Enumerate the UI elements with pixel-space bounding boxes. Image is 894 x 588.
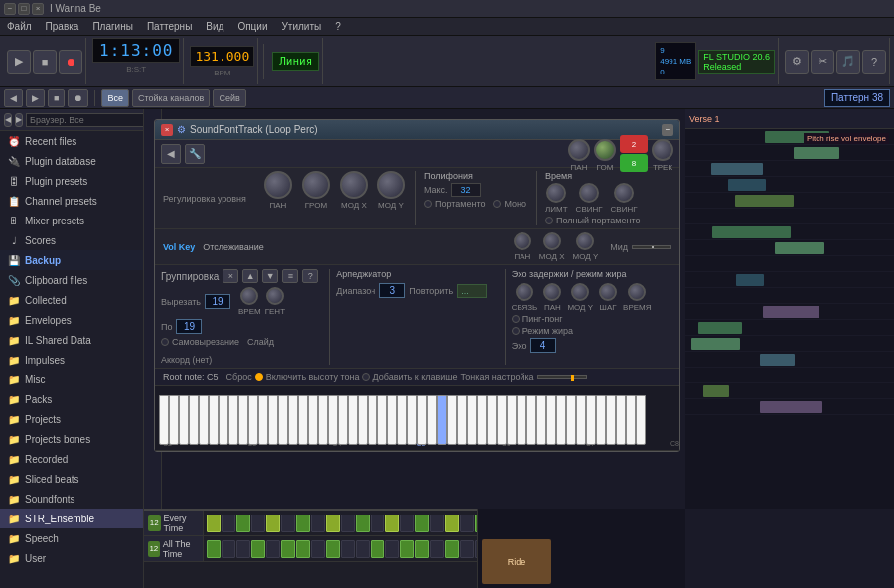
- sidebar-item-clipboard[interactable]: 📎 Clipboard files: [0, 270, 143, 290]
- level-grom-knob[interactable]: [302, 171, 330, 199]
- pattern-block[interactable]: [703, 385, 729, 397]
- echo-knob2[interactable]: [543, 283, 561, 301]
- piano-white-key[interactable]: [566, 395, 576, 445]
- fat-mode-radio[interactable]: Режим жира: [512, 326, 673, 336]
- sidebar-nav-fwd[interactable]: ▶: [15, 113, 23, 127]
- add-to-key-dot[interactable]: [362, 373, 370, 381]
- seq-step[interactable]: [311, 514, 325, 532]
- seq-step[interactable]: [207, 514, 221, 532]
- vk-pan-knob[interactable]: [514, 232, 531, 250]
- cut-value[interactable]: 19: [205, 294, 230, 309]
- sidebar-item-recorded[interactable]: 📁 Recorded: [0, 449, 143, 469]
- piano-white-key[interactable]: [268, 395, 278, 445]
- sidebar-item-mixer-presets[interactable]: 🎚 Mixer presets: [0, 211, 143, 230]
- pattern-block[interactable]: [728, 179, 766, 191]
- seq-step[interactable]: [266, 540, 280, 558]
- piano-white-key[interactable]: [517, 395, 526, 445]
- piano-white-key[interactable]: [487, 395, 497, 445]
- seq-step[interactable]: [385, 514, 399, 532]
- polyphony-max-value[interactable]: 32: [451, 183, 481, 197]
- piano-white-key[interactable]: [596, 395, 606, 445]
- piano-white-key[interactable]: [556, 395, 566, 445]
- full-portamento-dot[interactable]: [545, 217, 553, 224]
- fat-mode-dot[interactable]: [512, 327, 520, 335]
- echo-value[interactable]: 4: [530, 338, 556, 353]
- sidebar-item-backup[interactable]: 💾 Backup: [0, 250, 143, 270]
- cut-k1[interactable]: [240, 287, 258, 305]
- seq-step[interactable]: [356, 514, 370, 532]
- seq-step[interactable]: [251, 514, 265, 532]
- echo-knob4[interactable]: [599, 283, 617, 301]
- menu-view[interactable]: Вид: [203, 21, 226, 32]
- seq-step[interactable]: [236, 540, 250, 558]
- piano-white-key[interactable]: [606, 395, 616, 445]
- seq-step[interactable]: [430, 540, 444, 558]
- seq-step[interactable]: [445, 540, 459, 558]
- seq-step[interactable]: [341, 540, 355, 558]
- menu-patterns[interactable]: Паттерны: [144, 21, 195, 32]
- play-pattern-btn[interactable]: ▶: [26, 89, 45, 107]
- transport-time[interactable]: 1:13:00: [92, 38, 180, 63]
- piano-white-key[interactable]: [328, 395, 338, 445]
- pattern-block[interactable]: [794, 147, 839, 159]
- time-k3[interactable]: [614, 183, 634, 203]
- by-value[interactable]: 19: [176, 319, 202, 334]
- menu-edit[interactable]: Правка: [43, 21, 82, 32]
- sidebar-item-misc[interactable]: 📁 Misc: [0, 369, 143, 389]
- piano-white-key[interactable]: [387, 395, 397, 445]
- seq-step[interactable]: [371, 514, 384, 532]
- sidebar-item-user[interactable]: 📁 User: [0, 548, 143, 568]
- seq-step[interactable]: [430, 514, 444, 532]
- add-radio[interactable]: Включить высоту тона: [255, 372, 360, 382]
- fine-slider[interactable]: [537, 375, 587, 379]
- sidebar-item-scores[interactable]: ♩ Scores: [0, 230, 143, 250]
- close-button[interactable]: ×: [32, 3, 44, 15]
- piano-white-key[interactable]: [199, 395, 209, 445]
- piano-white-key[interactable]: [576, 395, 586, 445]
- piano-white-key[interactable]: [427, 395, 437, 445]
- pattern-block[interactable]: [736, 274, 764, 286]
- grouping-up-btn[interactable]: ▲: [242, 269, 258, 283]
- plugin-prev-btn[interactable]: ◀: [161, 144, 181, 164]
- grouping-x-btn[interactable]: ×: [223, 269, 238, 283]
- seq-step[interactable]: [281, 514, 295, 532]
- sidebar-item-recent-files[interactable]: ⏰ Recent files: [0, 131, 143, 151]
- piano-white-key[interactable]: [179, 395, 189, 445]
- piano-white-key[interactable]: [209, 395, 219, 445]
- add-dot[interactable]: [255, 373, 263, 381]
- channel-rack-tab[interactable]: Стойка каналов: [132, 89, 210, 107]
- menu-file[interactable]: Файл: [4, 21, 35, 32]
- piano-white-key[interactable]: [258, 395, 268, 445]
- save-tab[interactable]: Сейв: [213, 89, 245, 107]
- vk-mody-knob[interactable]: [576, 232, 594, 250]
- piano-white-key[interactable]: [447, 395, 457, 445]
- piano-white-key[interactable]: [616, 395, 626, 445]
- time-k2[interactable]: [579, 183, 599, 203]
- sidebar-nav-back[interactable]: ◀: [4, 113, 12, 127]
- pattern-block[interactable]: [760, 401, 822, 413]
- piano-white-key[interactable]: [437, 395, 447, 445]
- tool-btn-3[interactable]: 🎵: [836, 50, 860, 74]
- seq-step[interactable]: [251, 540, 265, 558]
- seq-step[interactable]: [415, 514, 429, 532]
- sidebar-item-projects[interactable]: 📁 Projects: [0, 409, 143, 429]
- minimize-button[interactable]: −: [4, 3, 16, 15]
- mid-slider[interactable]: [632, 245, 671, 249]
- sidebar-item-plugin-presets[interactable]: 🎛 Plugin presets: [0, 171, 143, 191]
- sidebar-item-soundfonts[interactable]: 📁 Soundfonts: [0, 489, 143, 509]
- piano-white-key[interactable]: [238, 395, 248, 445]
- menu-plugins[interactable]: Плагины: [89, 21, 136, 32]
- piano-white-key[interactable]: [586, 395, 596, 445]
- record-button[interactable]: ⏺: [59, 50, 82, 74]
- vk-modx-knob[interactable]: [543, 232, 561, 250]
- piano-white-key[interactable]: [377, 395, 387, 445]
- piano-white-key[interactable]: [457, 395, 467, 445]
- seq-step[interactable]: [400, 540, 414, 558]
- piano-white-key[interactable]: [626, 395, 636, 445]
- pattern-block[interactable]: [691, 338, 740, 350]
- pitch-display[interactable]: 2: [620, 135, 648, 153]
- ride-block[interactable]: Ride: [482, 539, 551, 584]
- piano-white-key[interactable]: [536, 395, 546, 445]
- seq-step[interactable]: [371, 540, 384, 558]
- seq-step[interactable]: [356, 540, 370, 558]
